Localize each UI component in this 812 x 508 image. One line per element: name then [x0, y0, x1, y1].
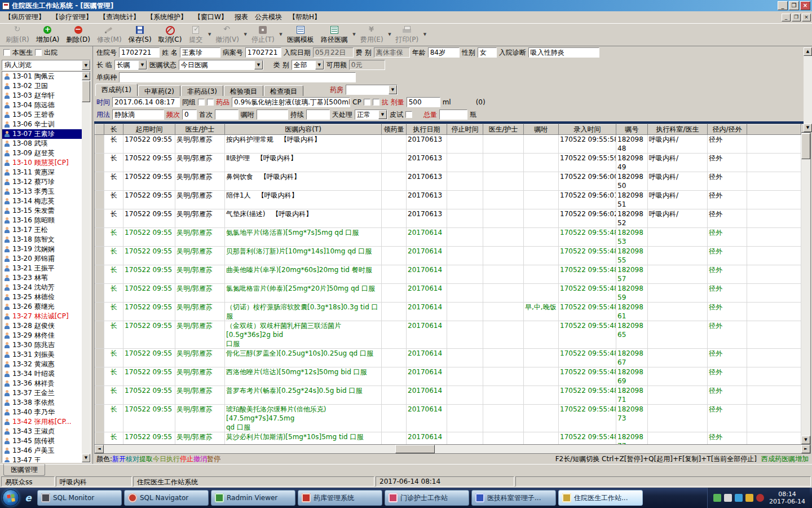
toolbar-button[interactable]: 修改(M) ▼ [94, 24, 125, 46]
list-item[interactable]: 13-29 林佟佳 [2, 331, 82, 340]
scrollbar-thumb[interactable] [82, 81, 90, 102]
menu-item[interactable]: 【帮助H】 [285, 11, 324, 23]
scroll-down-icon[interactable]: ▼ [804, 124, 812, 132]
toolbar-button[interactable]: 取消(C) ▼ [155, 24, 186, 46]
tray-input-icon[interactable] [724, 494, 732, 502]
table-row[interactable]: 长 170522 09:55 吴明/郭雁苏 气垫床(描述) 【呼吸内科】 201… [95, 209, 801, 228]
admission-no-field[interactable]: 1702721 [119, 47, 160, 58]
same-group-checkbox[interactable] [198, 99, 205, 106]
tab-order-management[interactable]: 医嘱管理 [3, 464, 45, 476]
toolbar-button[interactable]: 刷新(R) ▼ [2, 24, 33, 46]
discharge-checkbox[interactable] [35, 49, 42, 56]
chevron-down-icon[interactable]: ▼ [378, 110, 387, 119]
row-selector[interactable] [95, 386, 104, 405]
row-selector[interactable] [95, 228, 104, 247]
col-order-no[interactable]: 嘱号 [616, 125, 648, 135]
list-item[interactable]: 13-07 王素珍 [2, 129, 82, 139]
row-selector[interactable] [95, 191, 104, 209]
toolbar-button[interactable]: 提交 ▼ [185, 24, 212, 46]
list-item[interactable]: 13-20 郑锦甫 [2, 254, 82, 264]
list-item[interactable]: 13-08 武瑛 [2, 139, 82, 148]
toolbar-button[interactable]: 增加(A) ▼ [33, 24, 63, 46]
mdi-close-button[interactable]: × [802, 14, 811, 21]
process-select[interactable]: 正常▼ [355, 110, 387, 120]
list-item[interactable]: 13-31 刘振美 [2, 350, 82, 360]
list-item[interactable]: 13-01 陶佩云 [2, 72, 82, 81]
age-field[interactable]: 84岁 [428, 47, 460, 58]
list-item[interactable]: 13-43 王淑贞 [2, 427, 82, 436]
grid-vertical-scrollbar[interactable]: ▲ ▼ [801, 124, 810, 444]
minimize-button[interactable]: _ [778, 1, 788, 10]
row-selector[interactable] [95, 284, 104, 303]
col-flag[interactable]: 长 [104, 125, 123, 135]
table-row[interactable]: 长 170522 09:55 吴明/郭雁苏 鼻饲饮食 【呼吸内科】 201706… [95, 172, 801, 191]
order-status-select[interactable]: 今日医嘱▼ [179, 60, 263, 70]
list-item[interactable]: 13-12 蔡巧珍 [2, 177, 82, 187]
menu-item[interactable]: 报表 [231, 11, 251, 23]
chevron-down-icon[interactable]: ▼ [82, 60, 90, 70]
col-exec-dept[interactable]: 执行科室/医生 [648, 125, 708, 135]
list-item[interactable]: 13-11 黄惠深 [2, 168, 82, 177]
tray-shield-icon[interactable] [713, 494, 721, 502]
list-item[interactable]: 13-16 陈昭颐 [2, 216, 82, 225]
list-item[interactable]: 13-17 王松 [2, 225, 82, 235]
total-field[interactable] [439, 110, 467, 120]
tab-item[interactable]: 检验项目 [224, 85, 263, 96]
tab-item[interactable]: 非药品(3) [181, 85, 223, 96]
scroll-up-icon[interactable]: ▲ [82, 72, 90, 80]
cp-checkbox[interactable] [364, 99, 370, 106]
table-row[interactable]: 长 170522 09:55 吴明/郭雁苏 氨氯地平片(络活喜)[5mg*7s]… [95, 228, 801, 247]
name-field[interactable]: 王素珍 [180, 47, 220, 58]
tray-volume-icon[interactable] [745, 494, 753, 502]
time-field[interactable]: 2017.06.14 08:17 [112, 97, 180, 107]
chevron-down-icon[interactable]: ▼ [315, 60, 324, 69]
list-item[interactable]: 13-45 陈传祺 [2, 436, 82, 446]
col-exec-date[interactable]: 执行日期 [407, 125, 447, 135]
list-item[interactable]: 13-09 赵登英 [2, 148, 82, 158]
chevron-down-icon[interactable]: ▼ [388, 32, 391, 37]
list-item[interactable]: 13-25 林德俭 [2, 292, 82, 302]
table-row[interactable]: 长 170522 09:55 吴明/郭雁苏 曲美他嗪片(幸孚)[20mg*60s… [95, 265, 801, 284]
menu-item[interactable]: 【窗口W】 [191, 11, 231, 23]
row-selector[interactable] [95, 367, 104, 386]
table-row[interactable]: 长 170522 09:55 吴明/郭雁苏 （金双歧）双歧杆菌乳杆菌三联活菌片[… [95, 321, 801, 349]
row-selector[interactable] [95, 265, 104, 284]
row-selector[interactable] [95, 172, 104, 191]
table-row[interactable]: 长 170522 09:55 吴明/郭雁苏 按内科护理常规 【呼吸内科】 201… [95, 135, 801, 154]
chevron-down-icon[interactable]: ▼ [279, 32, 282, 37]
chevron-down-icon[interactable]: ▼ [254, 60, 263, 69]
list-item[interactable]: 13-34 叶绍裘 [2, 369, 82, 379]
tray-network-icon[interactable] [735, 494, 743, 502]
chevron-down-icon[interactable]: ▼ [208, 32, 211, 37]
scroll-down-icon[interactable]: ▼ [82, 454, 90, 462]
list-item[interactable]: 13-38 李依然 [2, 398, 82, 408]
list-item[interactable]: 13-42 张用栋[CP... [2, 417, 82, 427]
chevron-down-icon[interactable]: ▼ [244, 32, 247, 37]
scroll-right-icon[interactable]: ► [801, 445, 810, 453]
list-item[interactable]: 13-37 王金兰 [2, 388, 82, 398]
table-row[interactable]: 长 170522 09:55 吴明/郭雁苏 氯氮吡格雷片(帅泰)[25mg*20… [95, 284, 801, 303]
form-scrollbar[interactable]: ▲ ▼ [804, 47, 812, 132]
start-button[interactable] [2, 489, 19, 506]
list-item[interactable]: 13-32 黄淑惠 [2, 360, 82, 369]
list-item[interactable]: 13-23 林苇 [2, 273, 82, 283]
row-selector[interactable] [95, 209, 104, 228]
list-item[interactable]: 13-18 陈智文 [2, 235, 82, 244]
list-item[interactable]: 13-46 卢美玉 [2, 446, 82, 456]
col-drug-qty[interactable]: 领药量 [382, 125, 407, 135]
toolbar-button[interactable]: 保存(S) ▼ [125, 24, 155, 46]
taskbar-button[interactable]: 药库管理系统 [298, 490, 382, 506]
scroll-down-icon[interactable]: ▼ [801, 436, 810, 444]
list-item[interactable]: 13-28 赵俊侠 [2, 321, 82, 331]
row-selector[interactable] [95, 247, 104, 265]
chevron-down-icon[interactable]: ▼ [389, 85, 397, 94]
list-item[interactable]: 13-03 赵华轩 [2, 91, 82, 100]
drug-name-field[interactable]: 0.9%氯化钠注射液(玻璃.丁基)[500ml] [232, 97, 350, 107]
dose-field[interactable]: 500 [407, 97, 440, 107]
col-stop-time[interactable]: 停止时间 [447, 125, 483, 135]
table-row[interactable]: 长 170522 09:55 吴明/郭雁苏 莫沙必利片(加斯清)[5mg*10s… [95, 432, 801, 445]
menu-item[interactable]: 【系统维护】 [143, 11, 191, 23]
frequency-field[interactable]: 0 [182, 110, 197, 120]
table-row[interactable]: 长 170522 09:55 吴明/郭雁苏 贝那普利(洛汀新)片[10mg*14… [95, 247, 801, 265]
toolbar-button[interactable]: 撤消(V) ▼ [212, 24, 248, 46]
